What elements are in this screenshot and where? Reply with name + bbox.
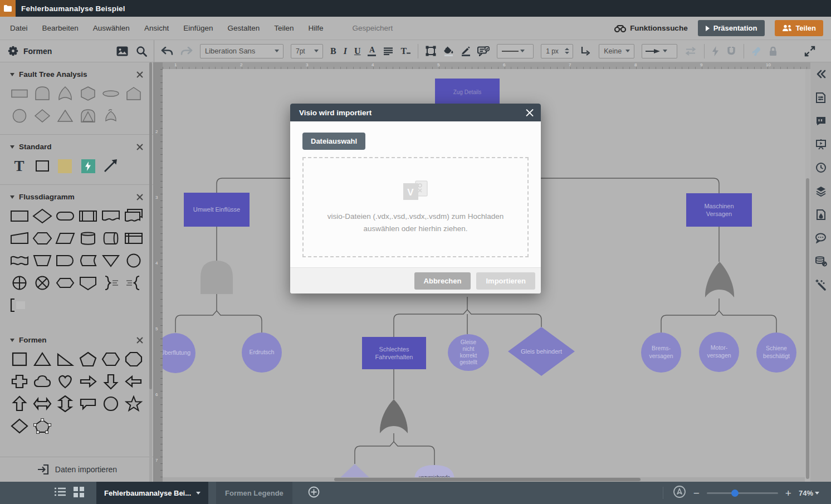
zoom-out-button[interactable]: −	[693, 488, 700, 498]
shape-cloud[interactable]	[31, 372, 53, 391]
node-zug-details[interactable]: Zug Details	[435, 79, 500, 106]
comments-icon[interactable]	[815, 232, 827, 244]
shape-brace-right[interactable]	[100, 273, 123, 292]
stepper-arrows[interactable]	[565, 48, 569, 54]
shape-arrow-up[interactable]	[8, 394, 31, 413]
theme-icon[interactable]	[815, 208, 827, 221]
shape-predefined-process[interactable]	[77, 207, 100, 226]
and-gate[interactable]	[201, 261, 233, 294]
notes-icon[interactable]	[815, 115, 827, 127]
shape-cross[interactable]	[8, 372, 31, 391]
shape-heart[interactable]	[53, 372, 76, 391]
shape-rectangle-tool[interactable]	[31, 156, 53, 175]
shape-paper-tape[interactable]	[8, 251, 31, 270]
shape-ft-and-gate[interactable]	[31, 84, 53, 103]
shape-polygon[interactable]	[31, 417, 53, 436]
menu-gestalten[interactable]: Gestalten	[227, 24, 260, 32]
page-settings-icon[interactable]	[815, 91, 827, 104]
shape-data[interactable]	[53, 229, 76, 248]
node-umwelt-einfluesse[interactable]: Umwelt Einflüsse	[184, 193, 250, 227]
tab-formen-legende[interactable]: Formen Legende	[216, 482, 292, 504]
shape-ft-voting-gate[interactable]	[77, 106, 100, 125]
shape-stored-data[interactable]	[77, 251, 100, 270]
fit-to-screen-icon[interactable]	[673, 485, 686, 501]
text-align-button[interactable]	[383, 47, 393, 55]
close-section-icon[interactable]	[136, 144, 143, 150]
shape-hexagon[interactable]	[100, 350, 123, 369]
font-size-select[interactable]: 7pt	[291, 44, 323, 58]
line-endpoint-select[interactable]: Keine	[599, 44, 634, 58]
close-section-icon[interactable]	[136, 337, 143, 344]
menu-hilfe[interactable]: Hilfe	[309, 24, 324, 32]
shape-preparation[interactable]	[31, 229, 53, 248]
shape-circle[interactable]	[100, 394, 123, 413]
close-section-icon[interactable]	[136, 71, 143, 78]
shape-ft-transfer-triangle[interactable]	[53, 106, 76, 125]
zoom-in-button[interactable]: +	[785, 488, 791, 498]
italic-button[interactable]: I	[344, 47, 347, 56]
node-gleise-nicht-korrekt[interactable]: Gleise nicht korrekt gestellt	[448, 334, 489, 371]
node-bremsversagen[interactable]: Brems- versagen	[641, 332, 681, 373]
fill-color-button[interactable]	[443, 46, 454, 56]
shape-text-tool[interactable]: T	[8, 156, 31, 175]
canvas-v-scrollbar[interactable]	[805, 69, 810, 476]
cancel-button[interactable]: Abbrechen	[414, 272, 471, 290]
shape-star[interactable]	[123, 394, 145, 413]
section-standard[interactable]: Standard	[0, 135, 153, 155]
shape-callout[interactable]	[77, 394, 100, 413]
shape-database[interactable]	[77, 229, 100, 248]
shape-summing-junction[interactable]	[31, 273, 53, 292]
shape-text-bracket[interactable]	[8, 296, 31, 315]
line-style-select[interactable]	[497, 44, 534, 58]
underline-button[interactable]: U	[354, 47, 361, 56]
data-linking-icon[interactable]	[815, 255, 827, 267]
collapse-rail-icon[interactable]	[815, 68, 827, 80]
history-clock-icon[interactable]	[815, 162, 827, 174]
or-gate-middle[interactable]	[380, 399, 408, 433]
connector-type-button[interactable]	[580, 46, 592, 57]
shape-ft-basic-event-circle[interactable]	[8, 106, 31, 125]
shape-process[interactable]	[8, 207, 31, 226]
node-maschinen-versagen[interactable]: Maschinen Versagen	[686, 193, 752, 227]
search-icon[interactable]	[136, 46, 147, 57]
magic-wand-icon[interactable]	[815, 278, 827, 291]
shape-manual-operation[interactable]	[31, 251, 53, 270]
zoom-slider-thumb[interactable]	[731, 490, 739, 497]
stroke-width-stepper[interactable]: 1 px	[541, 44, 573, 58]
magnet-snap-button[interactable]	[726, 46, 736, 56]
page-list-icon[interactable]	[55, 487, 66, 498]
shape-arrow-right[interactable]	[77, 372, 100, 391]
section-fault-tree[interactable]: Fault Tree Analysis	[0, 62, 153, 83]
share-button[interactable]: Teilen	[775, 20, 823, 36]
shape-direct-access-storage[interactable]	[100, 229, 123, 248]
wrench-button[interactable]	[751, 46, 761, 56]
shape-arrow-up-down[interactable]	[53, 394, 76, 413]
menu-bearbeiten[interactable]: Bearbeiten	[42, 24, 79, 32]
shape-connector[interactable]	[123, 251, 145, 270]
canvas-h-scrollbar[interactable]	[163, 477, 805, 482]
shape-multiple-documents[interactable]	[123, 207, 145, 226]
node-motorversagen[interactable]: Motor- versagen	[699, 332, 739, 372]
shape-arrow-left[interactable]	[123, 372, 145, 391]
layers-icon[interactable]	[815, 185, 827, 197]
shape-sticky-note[interactable]	[53, 156, 76, 175]
import-data-button[interactable]: Daten importieren	[0, 457, 153, 482]
font-family-select[interactable]: Liberation Sans	[200, 44, 283, 58]
page-grid-icon[interactable]	[74, 487, 84, 500]
document-icon[interactable]	[0, 0, 16, 17]
shape-octagon[interactable]	[123, 350, 145, 369]
shape-pentagon[interactable]	[77, 350, 100, 369]
swap-arrows-button[interactable]	[685, 47, 697, 56]
quick-actions-button[interactable]	[712, 46, 719, 56]
shape-triangle[interactable]	[31, 350, 53, 369]
or-gate-right[interactable]	[705, 262, 734, 297]
bold-button[interactable]: B	[330, 47, 336, 56]
menu-datei[interactable]: Datei	[10, 24, 28, 32]
close-icon[interactable]	[525, 108, 534, 117]
shape-manual-input[interactable]	[8, 229, 31, 248]
shape-frame-button[interactable]	[426, 46, 436, 56]
shape-card[interactable]	[53, 273, 76, 292]
node-schiene-beschaedigt[interactable]: Schiene beschätigt	[756, 332, 796, 373]
presentation-button[interactable]: Präsentation	[698, 20, 765, 36]
shape-document[interactable]	[100, 207, 123, 226]
